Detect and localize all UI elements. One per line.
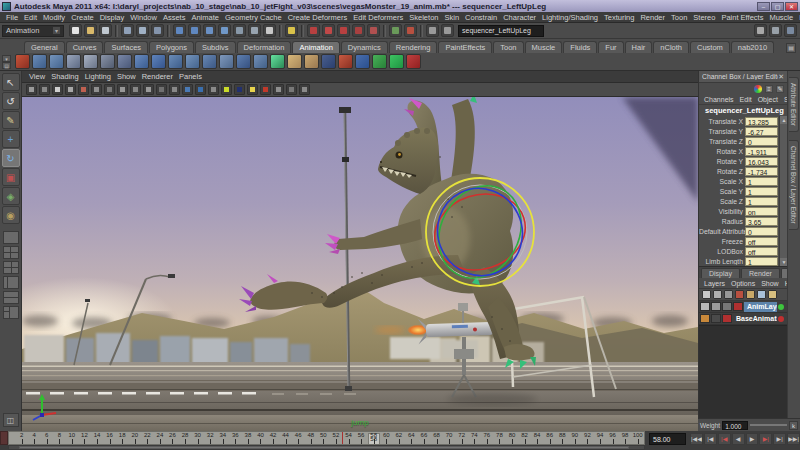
channel-value-field[interactable]: 1 [745,177,778,186]
shelf-tool-icon[interactable] [151,54,166,69]
panel-menu-renderer[interactable]: Renderer [139,72,176,81]
weight-slider[interactable] [750,424,787,426]
separator[interactable] [383,25,386,37]
snap-to-grid-icon[interactable] [173,24,186,37]
construction-history-icon[interactable] [285,24,298,37]
default-material-icon[interactable] [247,84,258,95]
title-bar[interactable]: Autodesk Maya 2011 x64: I:\daryl_project… [0,0,800,12]
weight-input[interactable]: 1.000 [722,421,748,430]
channel-value-field[interactable]: off [745,237,778,246]
tab-attribute-editor[interactable]: Attribute Editor [789,77,799,132]
shelf-tab-rendering[interactable]: Rendering [389,41,438,53]
menu-assets[interactable]: Assets [160,13,189,22]
panel-menu-view[interactable]: View [26,72,48,81]
shelf-tool-icon[interactable] [185,54,200,69]
shelf-tool-icon[interactable] [66,54,81,69]
layer-tab-display[interactable]: Display [701,268,740,278]
layer-row-animlayer1[interactable]: AnimLayer1 [699,301,787,313]
shelf-tab-painteffects[interactable]: PaintEffects [438,41,492,53]
channel-value-field[interactable]: off [745,247,778,256]
layer-toggle-cell[interactable] [722,302,732,311]
isolate-select-icon[interactable] [221,84,232,95]
hide-ui-elements-icon[interactable] [784,24,797,37]
minimize-button[interactable]: – [757,2,770,11]
grease-pencil-icon[interactable] [91,84,102,95]
channel-value-field[interactable]: -6.27 [745,127,778,136]
channel-value-field[interactable]: 0 [745,137,778,146]
shelf-tab-dynamics[interactable]: Dynamics [341,41,388,53]
snap-to-curve-icon[interactable] [188,24,201,37]
step-back-frame-button[interactable]: |◀ [704,433,717,445]
layer-toolbar-icon[interactable] [713,290,722,299]
shelf-tab-subdivs[interactable]: Subdivs [195,41,236,53]
shelf-tool-icon[interactable] [372,54,387,69]
layer-toggle-cell[interactable] [711,314,721,323]
move-tool[interactable]: + [2,130,20,148]
motion-blur-icon[interactable] [182,84,193,95]
quick-select-prev-icon[interactable] [426,24,439,37]
save-scene-icon[interactable] [99,24,112,37]
channel-menu-edit[interactable]: Edit [740,96,752,103]
select-by-component-icon[interactable] [151,24,164,37]
menu-window[interactable]: Window [127,13,160,22]
shelf-tab-muscle[interactable]: Muscle [525,41,563,53]
shelf-tab-fluids[interactable]: Fluids [563,41,597,53]
lights-icon[interactable] [143,84,154,95]
channel-value-field[interactable]: 1 [745,187,778,196]
shelf-tool-icon[interactable] [236,54,251,69]
shelf-tab-hair[interactable]: Hair [625,41,653,53]
open-render-view-icon[interactable] [307,24,320,37]
toon-panel-icon[interactable] [404,24,417,37]
wireframe-icon[interactable] [104,84,115,95]
go-to-start-button[interactable]: |◀◀ [690,433,703,445]
shelf-tab-general[interactable]: General [24,41,65,53]
menu-help[interactable]: Help [796,13,800,22]
bookmark-icon[interactable] [52,84,63,95]
shelf-tab-curves[interactable]: Curves [66,41,104,53]
input-connections-icon[interactable] [248,24,261,37]
layer-row-baseanimation[interactable]: BaseAnimation [699,313,787,325]
safe-action-icon[interactable] [299,84,310,95]
menu-lighting-shading[interactable]: Lighting/Shading [539,13,601,22]
step-forward-key-button[interactable]: ▶| [759,433,772,445]
selected-object-name[interactable]: sequencer_LeftUpLeg [699,105,787,116]
select-by-object-icon[interactable] [136,24,149,37]
shelf-tab-surfaces[interactable]: Surfaces [104,41,148,53]
multisample-icon[interactable] [195,84,206,95]
separator[interactable] [301,25,304,37]
menu-create-deformers[interactable]: Create Deformers [285,13,351,22]
shelf-tab-ncloth[interactable]: nCloth [653,41,689,53]
layer-toggle-cell[interactable] [722,314,732,323]
shelf-tool-icon[interactable] [270,54,285,69]
separator[interactable] [279,25,282,37]
shelf-tool-icon[interactable] [15,54,30,69]
menu-animate[interactable]: Animate [188,13,222,22]
layout-three-button[interactable] [3,261,19,274]
layer-toolbar-icon[interactable] [724,290,733,299]
layer-menu-show[interactable]: Show [761,280,779,287]
layer-menu-layers[interactable]: Layers [704,280,725,287]
shelf-tool-icon[interactable] [117,54,132,69]
separator[interactable] [115,25,118,37]
shelf-tool-icon[interactable] [389,54,404,69]
menu-create[interactable]: Create [68,13,97,22]
channel-value-field[interactable]: -1.734 [745,167,778,176]
quick-select-next-icon[interactable] [441,24,454,37]
textured-icon[interactable] [130,84,141,95]
shelf-tool-icon[interactable] [134,54,149,69]
select-by-hierarchy-icon[interactable] [121,24,134,37]
menu-stereo[interactable]: Stereo [690,13,718,22]
current-time-input[interactable]: 58.00 [649,433,686,445]
snap-to-point-icon[interactable] [203,24,216,37]
layer-name[interactable]: BaseAnimation [733,314,777,324]
menu-character[interactable]: Character [500,13,539,22]
shelf-tool-icon[interactable] [355,54,370,69]
menu-modify[interactable]: Modify [40,13,68,22]
slider-mode-icon[interactable]: ≡ [765,85,773,93]
play-backwards-button[interactable]: ◀ [732,433,745,445]
2d-pan-zoom-icon[interactable] [78,84,89,95]
shelf-tool-icon[interactable] [168,54,183,69]
layer-toggle-cell[interactable] [733,302,743,311]
layer-tab-render[interactable]: Render [741,268,780,278]
layout-split-h-button[interactable] [3,291,19,304]
